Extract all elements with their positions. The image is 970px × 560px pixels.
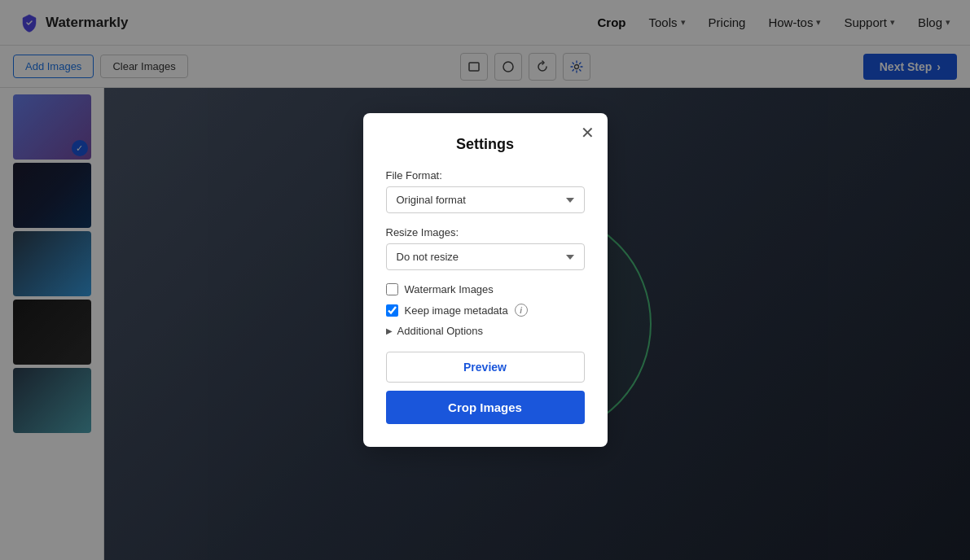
crop-images-button[interactable]: Crop Images (386, 391, 585, 424)
additional-options-label: Additional Options (397, 325, 484, 337)
resize-images-label: Resize Images: (386, 226, 585, 238)
watermark-images-checkbox[interactable] (386, 283, 398, 295)
modal-title: Settings (386, 136, 585, 153)
resize-images-group: Resize Images: Do not resize Custom size… (386, 226, 585, 270)
info-icon[interactable]: i (515, 304, 528, 317)
file-format-group: File Format: Original format JPEG PNG WE… (386, 169, 585, 213)
file-format-select[interactable]: Original format JPEG PNG WEBP (386, 186, 585, 213)
keep-metadata-row: Keep image metadata i (386, 304, 585, 317)
settings-modal: Settings ✕ File Format: Original format … (363, 113, 608, 447)
keep-metadata-checkbox[interactable] (386, 304, 398, 317)
file-format-label: File Format: (386, 169, 585, 182)
watermark-images-row: Watermark Images (386, 283, 585, 295)
triangle-icon: ▶ (386, 326, 393, 335)
keep-metadata-label[interactable]: Keep image metadata (405, 304, 508, 317)
resize-images-select[interactable]: Do not resize Custom size Percentage (386, 243, 585, 270)
modal-close-button[interactable]: ✕ (581, 125, 595, 141)
additional-options-toggle[interactable]: ▶ Additional Options (386, 325, 585, 337)
preview-button[interactable]: Preview (386, 352, 585, 383)
watermark-images-label[interactable]: Watermark Images (405, 283, 494, 295)
modal-overlay[interactable]: Settings ✕ File Format: Original format … (0, 0, 970, 560)
